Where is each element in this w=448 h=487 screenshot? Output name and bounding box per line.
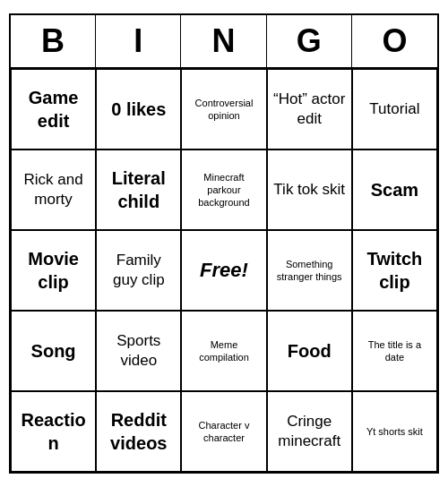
bingo-cell-4: Tutorial <box>352 69 437 150</box>
bingo-cell-17: Meme compilation <box>181 311 266 391</box>
bingo-cell-3: “Hot” actor edit <box>267 69 352 150</box>
bingo-cell-2: Controversial opinion <box>181 69 266 150</box>
bingo-cell-19: The title is a date <box>352 311 437 391</box>
bingo-cell-23: Cringe minecraft <box>267 391 352 472</box>
header-letter-n: N <box>181 15 266 67</box>
header-letter-i: I <box>96 15 181 67</box>
bingo-cell-12: Free! <box>181 230 266 311</box>
bingo-cell-8: Tik tok skit <box>267 150 352 230</box>
header-letter-b: B <box>11 15 96 67</box>
bingo-cell-7: Minecraft parkour background <box>181 150 266 230</box>
bingo-cell-20: Reaction <box>11 391 96 472</box>
bingo-cell-21: Reddit videos <box>96 391 181 472</box>
bingo-card: BINGO Game edit0 likesControversial opin… <box>9 13 439 474</box>
bingo-header: BINGO <box>11 15 437 69</box>
bingo-cell-24: Yt shorts skit <box>352 391 437 472</box>
bingo-cell-15: Song <box>11 311 96 391</box>
bingo-cell-14: Twitch clip <box>352 230 437 311</box>
bingo-cell-18: Food <box>267 311 352 391</box>
bingo-cell-1: 0 likes <box>96 69 181 150</box>
bingo-cell-10: Movie clip <box>11 230 96 311</box>
header-letter-o: O <box>352 15 437 67</box>
bingo-cell-11: Family guy clip <box>96 230 181 311</box>
bingo-cell-13: Something stranger things <box>267 230 352 311</box>
bingo-cell-0: Game edit <box>11 69 96 150</box>
bingo-cell-9: Scam <box>352 150 437 230</box>
bingo-cell-6: Literal child <box>96 150 181 230</box>
bingo-cell-22: Character v character <box>181 391 266 472</box>
bingo-cell-16: Sports video <box>96 311 181 391</box>
bingo-cell-5: Rick and morty <box>11 150 96 230</box>
header-letter-g: G <box>267 15 352 67</box>
bingo-grid: Game edit0 likesControversial opinion“Ho… <box>11 69 437 472</box>
